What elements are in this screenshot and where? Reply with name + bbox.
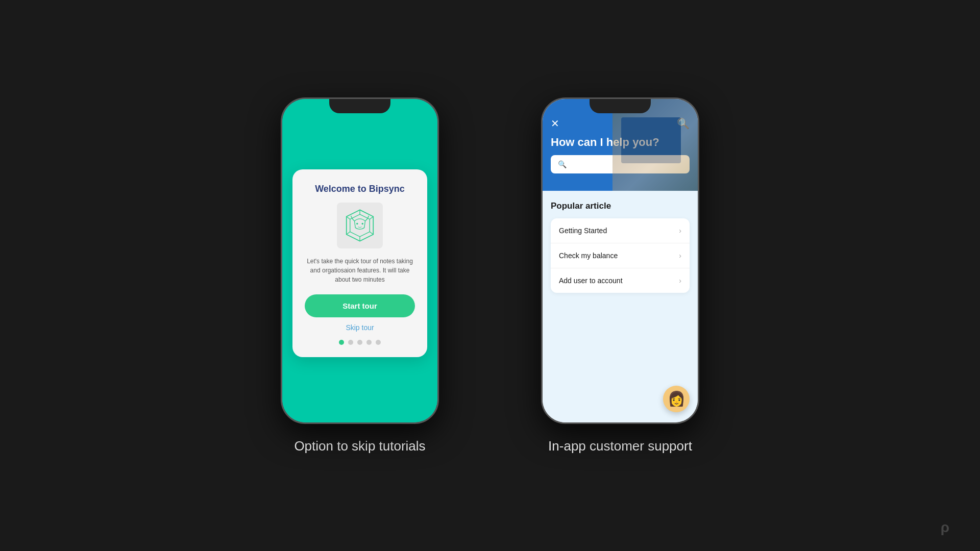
phone2-btn-vol-down — [541, 221, 542, 252]
phone2-caption: In-app customer support — [548, 438, 692, 454]
svg-marker-1 — [350, 214, 370, 237]
phone2-wrapper: ✕ 🔍 How can I help you? 🔍 Popular articl… — [541, 97, 699, 454]
bipsync-logo-icon — [342, 208, 378, 243]
support-avatar-button[interactable]: 👩 — [663, 386, 690, 412]
phone1-wrapper: Welcome to Bipsync — [281, 97, 439, 454]
article-item-check-balance[interactable]: Check my balance › — [551, 243, 690, 268]
bipsync-logo-box — [337, 203, 383, 248]
phone2-btn-vol-up — [541, 186, 542, 216]
phone2-screen: ✕ 🔍 How can I help you? 🔍 Popular articl… — [543, 99, 698, 422]
phone2: ✕ 🔍 How can I help you? 🔍 Popular articl… — [541, 97, 699, 424]
search-bar-icon: 🔍 — [558, 160, 567, 168]
skip-tour-button[interactable]: Skip tour — [346, 323, 374, 332]
help-body: Popular article Getting Started › Check … — [543, 191, 698, 422]
scene: Welcome to Bipsync — [0, 0, 980, 551]
hero-image-overlay — [612, 99, 698, 191]
dot-2 — [348, 340, 353, 345]
phone1: Welcome to Bipsync — [281, 97, 439, 424]
svg-line-3 — [370, 216, 373, 219]
articles-list: Getting Started › Check my balance › Add… — [551, 218, 690, 293]
start-tour-button[interactable]: Start tour — [305, 294, 415, 317]
watermark-logo: ρ — [941, 519, 949, 536]
phone1-caption: Option to skip tutorials — [294, 438, 425, 454]
phone1-btn-mute — [281, 160, 282, 181]
article-label-add-user: Add user to account — [559, 277, 623, 285]
hero-desk-image — [612, 99, 698, 191]
modal-title: Welcome to Bipsync — [315, 184, 405, 194]
dot-3 — [357, 340, 362, 345]
phone2-btn-mute — [541, 160, 542, 181]
phone1-btn-vol-up — [281, 186, 282, 216]
pagination-dots — [339, 340, 381, 345]
article-item-getting-started[interactable]: Getting Started › — [551, 218, 690, 243]
svg-point-9 — [362, 222, 364, 224]
phone1-screen: Welcome to Bipsync — [282, 99, 437, 422]
modal-description: Let's take the quick tour of notes takin… — [305, 257, 415, 284]
svg-line-6 — [347, 232, 350, 234]
phone1-btn-vol-down — [281, 221, 282, 252]
dot-5 — [376, 340, 381, 345]
article-label-check-balance: Check my balance — [559, 252, 618, 260]
dot-1 — [339, 340, 344, 345]
svg-line-4 — [370, 232, 373, 234]
popular-articles-title: Popular article — [551, 201, 690, 211]
avatar-icon: 👩 — [668, 390, 685, 407]
chevron-right-icon-1: › — [679, 227, 681, 235]
svg-line-7 — [347, 216, 350, 219]
article-item-add-user[interactable]: Add user to account › — [551, 268, 690, 293]
phone2-btn-power — [698, 181, 699, 221]
chevron-right-icon-3: › — [679, 277, 681, 285]
article-label-getting-started: Getting Started — [559, 227, 607, 235]
phone1-btn-power — [438, 181, 439, 221]
help-header: ✕ 🔍 How can I help you? 🔍 — [543, 99, 698, 191]
dot-4 — [366, 340, 372, 345]
chevron-right-icon-2: › — [679, 252, 681, 260]
svg-point-8 — [356, 222, 358, 224]
close-icon[interactable]: ✕ — [551, 117, 559, 130]
welcome-modal: Welcome to Bipsync — [292, 169, 427, 357]
